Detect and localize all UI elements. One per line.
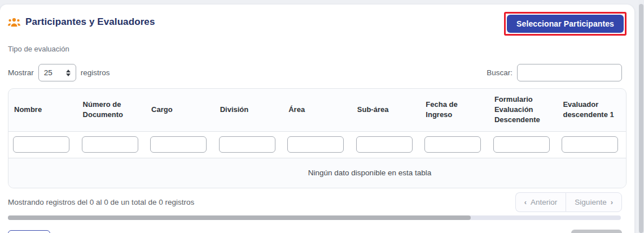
empty-table-message: Ningún dato disponible en esta tabla bbox=[308, 169, 431, 177]
annotation-highlight-box: Seleccionar Participantes bbox=[504, 12, 627, 36]
filter-input-evaluador-descendente[interactable] bbox=[562, 136, 618, 153]
column-header-cargo[interactable]: Cargo bbox=[146, 89, 214, 131]
back-button[interactable]: Volver bbox=[8, 230, 50, 233]
table-footer: Mostrando registros del 0 al 0 de un tot… bbox=[8, 192, 627, 212]
search-control: Buscar: bbox=[487, 64, 622, 81]
participants-card: Participantes y Evaluadores Seleccionar … bbox=[0, 5, 634, 233]
column-header-formulario-evaluacion[interactable]: Formulario Evaluación Descendente bbox=[489, 89, 558, 131]
show-label: Mostrar bbox=[8, 68, 34, 77]
column-header-sub-area[interactable]: Sub-área bbox=[352, 89, 420, 131]
filter-input-numero-documento[interactable] bbox=[82, 136, 138, 153]
filter-input-fecha-ingreso[interactable] bbox=[424, 136, 481, 153]
search-label: Buscar: bbox=[487, 68, 512, 77]
filter-input-area[interactable] bbox=[287, 136, 344, 153]
filter-input-formulario-evaluacion[interactable] bbox=[493, 136, 550, 153]
filter-input-nombre[interactable] bbox=[13, 136, 69, 153]
table-controls: Mostrar 25 registros Buscar: bbox=[8, 64, 627, 81]
previous-page-button[interactable]: ‹ Anterior bbox=[515, 192, 566, 212]
page-size-control: Mostrar 25 registros bbox=[8, 64, 110, 81]
table-header-row: Nombre Número de Documento Cargo Divisió… bbox=[8, 89, 626, 132]
page: Participantes y Evaluadores Seleccionar … bbox=[0, 0, 644, 233]
previous-label: Anterior bbox=[531, 198, 557, 206]
table-empty-row: Ningún dato disponible en esta tabla bbox=[8, 158, 626, 188]
vertical-scrollbar-track[interactable] bbox=[638, 0, 644, 233]
page-title: Participantes y Evaluadores bbox=[25, 16, 155, 28]
horizontal-scrollbar-thumb[interactable] bbox=[8, 215, 471, 220]
chevron-left-icon: ‹ bbox=[524, 198, 527, 206]
vertical-scrollbar-thumb[interactable] bbox=[639, 4, 643, 233]
participants-table: Nombre Número de Documento Cargo Divisió… bbox=[8, 88, 627, 188]
page-size-select[interactable]: 25 bbox=[38, 64, 76, 81]
pagination: ‹ Anterior Siguiente › bbox=[515, 192, 622, 212]
action-buttons: Volver Guardar bbox=[8, 230, 627, 233]
title-group: Participantes y Evaluadores bbox=[8, 12, 155, 28]
card-header: Participantes y Evaluadores Seleccionar … bbox=[8, 12, 627, 36]
records-info-text: Mostrando registros del 0 al 0 de un tot… bbox=[8, 198, 194, 206]
horizontal-scrollbar-track[interactable] bbox=[8, 215, 621, 220]
evaluation-type-label: Tipo de evaluación bbox=[8, 45, 627, 53]
chevron-right-icon: › bbox=[611, 198, 613, 206]
column-header-fecha-ingreso[interactable]: Fecha de Ingreso bbox=[420, 89, 489, 131]
save-button[interactable]: Guardar bbox=[571, 230, 622, 233]
search-input[interactable] bbox=[517, 64, 622, 81]
table-filter-row bbox=[8, 132, 626, 158]
column-header-nombre[interactable]: Nombre bbox=[8, 89, 77, 131]
column-header-evaluador-descendente[interactable]: Evaluador descendente 1 bbox=[557, 89, 626, 131]
filter-input-division[interactable] bbox=[219, 136, 275, 153]
next-label: Siguiente bbox=[575, 198, 606, 206]
filter-input-cargo[interactable] bbox=[150, 136, 207, 153]
column-header-division[interactable]: División bbox=[214, 89, 283, 131]
records-label: registros bbox=[81, 68, 110, 77]
next-page-button[interactable]: Siguiente › bbox=[566, 192, 622, 212]
users-icon bbox=[8, 18, 20, 27]
select-arrows-icon bbox=[66, 70, 71, 76]
filter-input-sub-area[interactable] bbox=[356, 136, 413, 153]
column-header-numero-documento[interactable]: Número de Documento bbox=[77, 89, 146, 131]
column-header-area[interactable]: Área bbox=[283, 89, 352, 131]
select-participants-button[interactable]: Seleccionar Participantes bbox=[507, 15, 624, 33]
page-size-value: 25 bbox=[44, 68, 52, 77]
